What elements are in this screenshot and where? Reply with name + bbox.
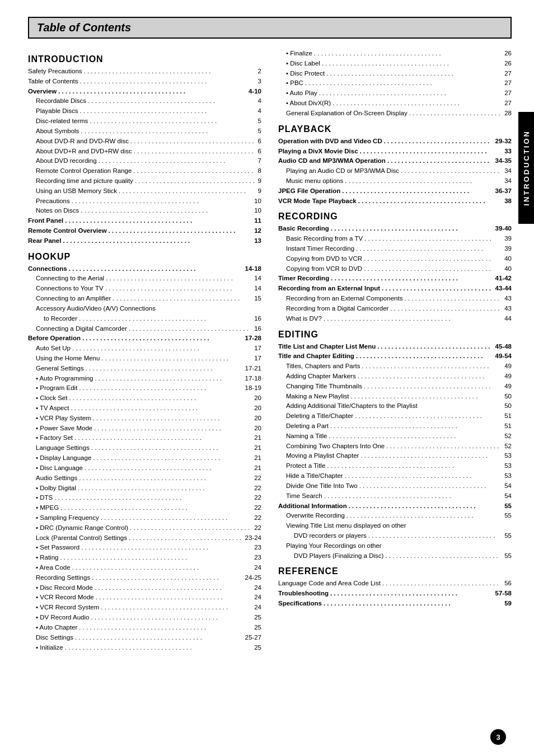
toc-entry-page: 44 [504,314,512,324]
toc-entry-page: 25 [254,613,261,623]
toc-entry: • VCR Play System . . . . . . . . . . . … [28,414,261,424]
toc-entry: Playing an Audio CD or MP3/WMA Disc . . … [278,166,512,176]
toc-entry-label: Deleting a Title/Chapter [286,411,353,421]
toc-entry-label: Connecting to an Amplifier [36,294,111,304]
toc-entry-label: Connecting a Digital Camcorder [36,324,127,334]
toc-dots: . . . . . . . . . . . . . . . . . . . . … [109,226,251,236]
toc-entry-page: 24 [254,563,261,573]
toc-entry: Overview . . . . . . . . . . . . . . . .… [28,87,261,97]
toc-entry-label: Music menu options [286,176,343,186]
toc-dots: . . . . . . . . . . . . . . . . . . . . … [96,593,250,603]
page: Table of Contents INTRODUCTIONSafety Pre… [0,0,534,756]
toc-entry: About Symbols . . . . . . . . . . . . . … [28,126,261,137]
toc-dots: . . . . . . . . . . . . . . . . . . . . … [305,78,500,88]
toc-entry-label: Auto Set Up [36,344,71,354]
toc-entry-label: Language Code and Area Code List [278,579,381,589]
toc-dots: . . . . . . . . . . . . . . . . . . . . … [314,49,500,59]
toc-entry-label: Connections [28,264,67,274]
toc-entry-label: DVD Players (Finalizing a Disc) [294,551,383,561]
toc-entry: Audio Settings . . . . . . . . . . . . .… [28,473,261,483]
toc-dots: . . . . . . . . . . . . . . . . . . . . … [74,433,250,443]
toc-entry-page: 16 [254,324,261,334]
toc-entry: Remote Control Operation Range . . . . .… [28,166,261,176]
toc-entry: • Auto Play . . . . . . . . . . . . . . … [278,88,512,98]
toc-entry-page: 56 [504,579,512,589]
toc-entry: Before Operation . . . . . . . . . . . .… [28,334,261,344]
toc-entry-label: Remote Control Overview [28,226,107,236]
toc-entry: • Sampling Frequency . . . . . . . . . .… [28,513,261,523]
toc-dots: . . . . . . . . . . . . . . . . . . . . … [88,96,254,106]
toc-entry-label: • Disc Record Mode [36,583,93,593]
toc-entry-page: 41-42 [495,274,512,284]
toc-entry-label: About DVD recording [36,156,97,166]
toc-entry: DVD recorders or players . . . . . . . .… [278,531,512,541]
toc-entry-label: • MPEG [36,503,59,513]
toc-dots: . . . . . . . . . . . . . . . . . . . . … [327,461,500,471]
toc-entry-page: 11 [254,216,261,226]
toc-entry: Instant Timer Recording . . . . . . . . … [278,244,512,254]
toc-entry-page: 17-28 [245,334,261,344]
toc-entry-label: Audio CD and MP3/WMA Operation [278,156,386,166]
toc-entry: • Disc Label . . . . . . . . . . . . . .… [278,59,512,69]
toc-entry: Auto Set Up . . . . . . . . . . . . . . … [28,344,261,354]
toc-dots: . . . . . . . . . . . . . . . . . . . . … [119,186,254,196]
toc-entry-label: Instant Timer Recording [286,244,354,254]
toc-entry: Recording from an External Input . . . .… [278,284,512,294]
toc-entry-page: 23 [254,553,261,563]
toc-dots: . . . . . . . . . . . . . . . . . . . . … [359,481,501,491]
toc-entry-page: 49 [504,372,512,382]
toc-entry-page: 24-25 [245,573,261,583]
section-heading: REFERENCE [278,566,512,576]
toc-dots: . . . . . . . . . . . . . . . . . . . . … [356,351,491,361]
toc-entry-label: • About DivX(R) [286,98,331,109]
toc-dots: . . . . . . . . . . . . . . . . . . . . … [346,511,500,521]
toc-entry-label: • DV Record Audio [36,613,89,623]
toc-entry: Operation with DVD and Video CD . . . . … [278,137,512,147]
toc-entry-label: Precautions [36,196,70,206]
section-heading: RECORDING [278,212,512,222]
toc-entry: Remote Control Overview . . . . . . . . … [28,226,261,236]
toc-entry: • Factory Set . . . . . . . . . . . . . … [28,433,261,443]
toc-entry: Audio CD and MP3/WMA Operation . . . . .… [278,156,512,166]
toc-entry: DVD Players (Finalizing a Disc) . . . . … [278,551,512,561]
toc-dots: . . . . . . . . . . . . . . . . . . . . … [130,137,254,147]
toc-dots: . . . . . . . . . . . . . . . . . . . . … [330,589,491,599]
toc-entry: • Initialize . . . . . . . . . . . . . .… [28,643,261,653]
toc-entry-label: • Factory Set [36,433,73,443]
toc-entry: • DRC (Dynamic Range Control) . . . . . … [28,523,261,533]
toc-entry: • PBC . . . . . . . . . . . . . . . . . … [278,78,512,88]
toc-dots: . . . . . . . . . . . . . . . . . . . . … [95,583,250,593]
toc-dots: . . . . . . . . . . . . . . . . . . . . … [360,147,501,157]
toc-entry: Basic Recording . . . . . . . . . . . . … [278,224,512,234]
toc-entry-page: 49 [504,361,512,372]
toc-entry: About DVD recording . . . . . . . . . . … [28,156,261,166]
toc-entry-page: 38 [504,196,512,206]
toc-entry-page: 4 [258,106,261,116]
toc-entry-page: 29-32 [495,137,512,147]
toc-entry: General Explanation of On-Screen Display… [278,109,512,119]
toc-dots: . . . . . . . . . . . . . . . . . . . . … [345,471,501,481]
toc-entry-page: 22 [254,473,261,483]
toc-entry: Playable Discs . . . . . . . . . . . . .… [28,106,261,116]
toc-dots: . . . . . . . . . . . . . . . . . . . . … [130,523,250,533]
toc-entry: Specifications . . . . . . . . . . . . .… [278,599,512,609]
toc-entry: Using an USB Memory Stick . . . . . . . … [28,186,261,196]
toc-entry-label: Recording Settings [36,573,90,583]
toc-dots: . . . . . . . . . . . . . . . . . . . . … [360,451,500,461]
toc-entry: Changing Title Thumbnails . . . . . . . … [278,382,512,392]
toc-entry-label: About Symbols [36,126,79,137]
toc-entry: • VCR Record System . . . . . . . . . . … [28,603,261,613]
toc-entry-label: Troubleshooting [278,589,329,599]
toc-entry: Combining Two Chapters Into One . . . . … [278,442,512,452]
toc-entry-label: • VCR Record System [36,603,99,613]
toc-dots: . . . . . . . . . . . . . . . . . . . . … [385,551,500,561]
toc-dots: . . . . . . . . . . . . . . . . . . . . … [326,69,500,79]
toc-dots: . . . . . . . . . . . . . . . . . . . . … [358,372,501,382]
toc-dots: . . . . . . . . . . . . . . . . . . . . … [133,166,254,176]
toc-entry-label: Before Operation [28,334,81,344]
toc-entry: Overwrite Recording . . . . . . . . . . … [278,511,512,521]
toc-entry-page: 12 [254,226,261,236]
toc-entry: • Rating . . . . . . . . . . . . . . . .… [28,553,261,563]
toc-entry-page: 27 [504,88,512,98]
toc-entry-label: About DVD-R and DVD-RW disc [36,137,129,147]
